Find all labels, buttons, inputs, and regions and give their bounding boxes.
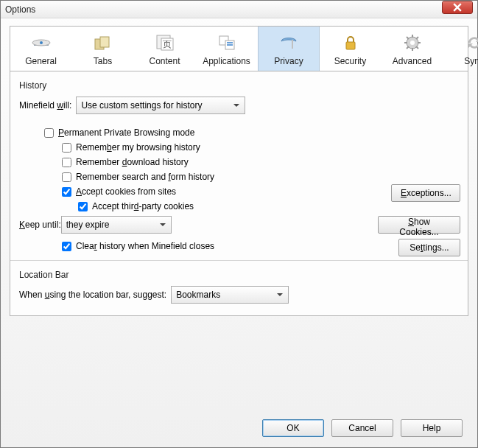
accept-third-checkbox[interactable]: [78, 202, 88, 211]
ok-button[interactable]: OK: [262, 419, 324, 437]
tab-label: Security: [320, 56, 381, 66]
tab-label: Advanced: [382, 56, 443, 66]
locationbar-suggest-row: When using the location bar, suggest: Bo…: [19, 286, 459, 304]
remember-form-row: Remember search and form history: [62, 172, 459, 182]
advanced-icon: [382, 31, 443, 55]
permanent-private-row: Permanent Private Browsing mode: [44, 127, 459, 138]
svg-line-22: [416, 37, 418, 39]
permanent-private-label: Permanent Private Browsing mode: [58, 127, 194, 138]
history-policy-select[interactable]: Use custom settings for history: [76, 97, 245, 114]
svg-line-21: [416, 46, 418, 49]
svg-rect-11: [227, 44, 233, 46]
tab-applications[interactable]: Applications: [196, 27, 258, 71]
titlebar: Options: [1, 1, 477, 18]
accept-cookies-checkbox[interactable]: [62, 187, 71, 197]
sync-icon: [443, 31, 478, 55]
svg-text:页: 页: [163, 39, 172, 49]
remember-form-checkbox[interactable]: [62, 172, 71, 182]
history-policy-row: Minefield will: Use custom settings for …: [19, 97, 459, 114]
exceptions-button[interactable]: Exceptions...: [391, 184, 460, 202]
tab-content[interactable]: 页 Content: [134, 27, 196, 71]
accept-third-label: Accept third-party cookies: [92, 201, 194, 211]
settings-button[interactable]: Settings...: [398, 239, 460, 256]
svg-line-20: [407, 37, 409, 39]
accept-cookies-row: Accept cookies from sites Exceptions...: [62, 186, 459, 197]
remember-form-label: Remember search and form history: [76, 172, 214, 182]
svg-rect-12: [292, 40, 293, 49]
tab-advanced[interactable]: Advanced: [382, 27, 443, 71]
help-button[interactable]: Help: [401, 419, 463, 437]
divider: [10, 260, 468, 261]
remember-download-label: Remember download history: [76, 157, 189, 167]
accept-cookies-label: Accept cookies from sites: [76, 186, 176, 197]
svg-point-15: [410, 41, 415, 45]
general-icon: [10, 31, 71, 55]
remember-browsing-checkbox[interactable]: [62, 143, 71, 153]
keep-select[interactable]: they expire: [61, 216, 172, 234]
tabs-icon: [72, 31, 133, 55]
applications-icon: [196, 31, 257, 55]
svg-line-23: [407, 46, 409, 49]
tab-security[interactable]: Security: [320, 27, 382, 71]
content-area: General Tabs 页 Content Applications: [1, 18, 477, 316]
clear-close-row: Clear history when Minefield closes Sett…: [62, 241, 459, 251]
remember-browsing-row: Remember my browsing history: [62, 142, 459, 153]
tab-general[interactable]: General: [10, 27, 72, 71]
tab-label: Applications: [196, 56, 257, 66]
remember-download-row: Remember download history: [62, 157, 459, 167]
footer-buttons: OK Cancel Help: [262, 419, 463, 437]
close-icon: [453, 3, 462, 12]
accept-third-row: Accept third-party cookies: [78, 201, 459, 211]
close-button[interactable]: [442, 1, 473, 14]
keep-row: Keep until: they expire Show Cookies...: [19, 216, 459, 234]
tab-tabs[interactable]: Tabs: [72, 27, 134, 71]
tab-label: Content: [134, 56, 195, 66]
tab-label: Privacy: [259, 56, 319, 66]
tab-privacy[interactable]: Privacy: [258, 27, 320, 71]
clear-close-checkbox[interactable]: [62, 242, 71, 251]
tab-label: General: [10, 56, 71, 66]
tab-label: Sync: [443, 56, 478, 66]
clear-close-label: Clear history when Minefield closes: [76, 241, 214, 251]
cancel-button[interactable]: Cancel: [331, 419, 393, 437]
privacy-panel: History Minefield will: Use custom setti…: [10, 71, 468, 316]
locationbar-title: Location Bar: [19, 270, 459, 280]
suggest-label: When using the location bar, suggest:: [19, 290, 166, 300]
tab-label: Tabs: [72, 56, 133, 66]
keep-label: Keep until:: [19, 220, 61, 230]
security-icon: [320, 31, 381, 55]
category-tabstrip: General Tabs 页 Content Applications: [10, 26, 468, 71]
history-will-label: Minefield will:: [19, 100, 71, 111]
remember-browsing-label: Remember my browsing history: [76, 142, 200, 153]
svg-rect-10: [227, 42, 233, 43]
svg-rect-13: [346, 42, 355, 49]
tab-sync[interactable]: Sync: [443, 27, 478, 71]
permanent-private-checkbox[interactable]: [44, 128, 54, 138]
window-title: Options: [4, 4, 474, 15]
history-title: History: [19, 80, 459, 91]
content-icon: 页: [134, 31, 195, 55]
remember-download-checkbox[interactable]: [62, 158, 71, 167]
svg-rect-4: [100, 37, 109, 47]
svg-point-2: [40, 41, 43, 44]
privacy-icon: [259, 31, 319, 55]
suggest-select[interactable]: Bookmarks: [171, 286, 289, 304]
show-cookies-button[interactable]: Show Cookies...: [378, 216, 460, 234]
options-window: Options General Tabs 页 Co: [0, 0, 478, 448]
